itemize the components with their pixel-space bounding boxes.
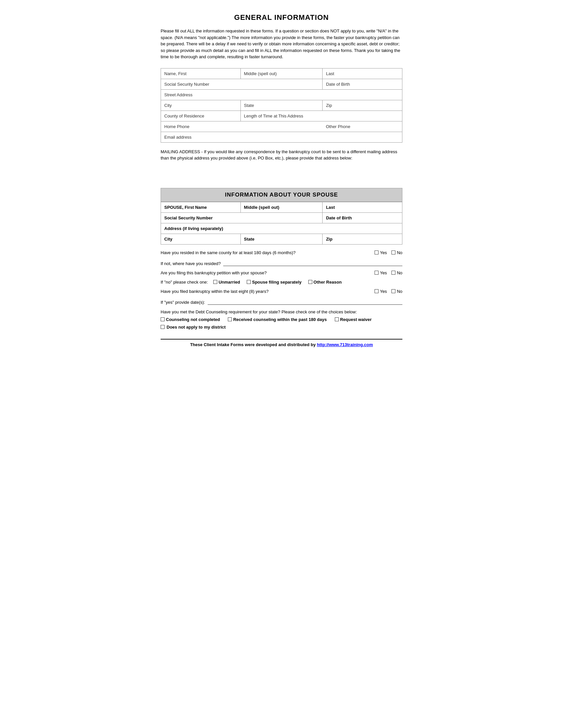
other-reason-label[interactable]: Other Reason xyxy=(308,280,342,285)
street-address-label: Street Address xyxy=(161,89,402,100)
received-counseling-text: Received counseling within the past 180 … xyxy=(233,317,327,322)
yes-text-1: Yes xyxy=(380,250,387,255)
if-not-underline[interactable] xyxy=(223,259,402,266)
yes-checkbox-5[interactable] xyxy=(375,289,379,293)
footer-label: These Client Intake Forms were developed… xyxy=(190,342,317,347)
zip-label: Zip xyxy=(323,100,402,111)
table-row: Social Security Number Date of Birth xyxy=(161,79,402,89)
no-checkbox-5[interactable] xyxy=(392,289,396,293)
footer-divider xyxy=(161,339,402,340)
table-row: Name, First Middle (spell out) Last xyxy=(161,68,402,79)
request-waiver-text: Request waiver xyxy=(340,317,372,322)
spouse-section: INFORMATION ABOUT YOUR SPOUSE SPOUSE, Fi… xyxy=(161,188,402,245)
table-row: Home Phone Other Phone xyxy=(161,121,402,132)
home-phone-label: Home Phone xyxy=(161,121,323,132)
mailing-spacer xyxy=(161,165,402,178)
if-yes-row: If "yes" provide date(s): xyxy=(161,296,402,307)
yes-no-5: Yes No xyxy=(375,289,402,294)
spouse-ssn-label: Social Security Number xyxy=(161,212,323,223)
ssn-label: Social Security Number xyxy=(161,79,323,89)
spouse-header: INFORMATION ABOUT YOUR SPOUSE xyxy=(161,188,402,202)
questions-section: Have you resided in the same county for … xyxy=(161,248,402,334)
no-label-5[interactable]: No xyxy=(392,289,402,294)
does-not-apply-text: Does not apply to my district xyxy=(166,325,225,330)
if-no-row: If "no" please check one: Unmarried Spou… xyxy=(161,278,402,287)
table-row: County of Residence Length of Time at Th… xyxy=(161,111,402,121)
spouse-middle-label: Middle (spell out) xyxy=(240,202,323,212)
last-label: Last xyxy=(323,68,402,79)
no-checkbox-1[interactable] xyxy=(392,250,396,254)
other-phone-label: Other Phone xyxy=(323,121,402,132)
table-row: Email address xyxy=(161,132,402,142)
page-title: GENERAL INFORMATION xyxy=(161,13,402,22)
debt-options: Counseling not completed Received counse… xyxy=(161,316,402,323)
spouse-first-label: SPOUSE, First Name xyxy=(161,202,241,212)
unmarried-label[interactable]: Unmarried xyxy=(213,280,240,285)
name-first-label: Name, First xyxy=(161,68,241,79)
yes-label-1[interactable]: Yes xyxy=(375,250,387,255)
length-of-time-label: Length of Time at This Address xyxy=(240,111,402,121)
question-row-5: Have you filed bankruptcy within the las… xyxy=(161,287,402,296)
no-text-1: No xyxy=(397,250,402,255)
intro-text: Please fill out ALL the information requ… xyxy=(161,28,402,60)
no-label-3[interactable]: No xyxy=(392,270,402,275)
spouse-dob-label: Date of Birth xyxy=(323,212,402,223)
question-3-text: Are you filing this bankruptcy petition … xyxy=(161,270,375,275)
received-counseling-label[interactable]: Received counseling within the past 180 … xyxy=(228,317,327,322)
table-row: City State Zip xyxy=(161,234,402,244)
city-label: City xyxy=(161,100,241,111)
does-not-apply-checkbox[interactable] xyxy=(161,325,164,329)
does-not-apply: Does not apply to my district xyxy=(161,323,402,334)
spouse-filing-text: Spouse filing separately xyxy=(252,280,302,285)
yes-no-1: Yes No xyxy=(375,250,402,255)
general-info-table: Name, First Middle (spell out) Last Soci… xyxy=(161,68,402,143)
no-checkbox-3[interactable] xyxy=(392,271,396,275)
counseling-not-completed-checkbox[interactable] xyxy=(161,317,164,321)
yes-label-3[interactable]: Yes xyxy=(375,270,387,275)
yes-checkbox-3[interactable] xyxy=(375,271,379,275)
table-row: Address (if living separately) xyxy=(161,223,402,234)
table-row: Social Security Number Date of Birth xyxy=(161,212,402,223)
table-row: Street Address xyxy=(161,89,402,100)
table-row: City State Zip xyxy=(161,100,402,111)
no-text-5: No xyxy=(397,289,402,294)
question-row-3: Are you filing this bankruptcy petition … xyxy=(161,268,402,278)
counseling-not-completed-text: Counseling not completed xyxy=(166,317,220,322)
question-row-1: Have you resided in the same county for … xyxy=(161,248,402,257)
other-reason-checkbox[interactable] xyxy=(308,280,312,284)
counseling-not-completed-label[interactable]: Counseling not completed xyxy=(161,317,220,322)
request-waiver-label[interactable]: Request waiver xyxy=(335,317,372,322)
if-yes-underline[interactable] xyxy=(208,298,402,305)
spouse-last-label: Last xyxy=(323,202,402,212)
dob-label: Date of Birth xyxy=(323,79,402,89)
if-no-label: If "no" please check one: xyxy=(161,280,208,285)
yes-no-3: Yes No xyxy=(375,270,402,275)
middle-label: Middle (spell out) xyxy=(240,68,323,79)
spouse-filing-checkbox[interactable] xyxy=(247,280,251,284)
debt-counseling-text: Have you met the Debt Counseling require… xyxy=(161,307,402,316)
unmarried-text: Unmarried xyxy=(218,280,240,285)
spouse-address-label: Address (if living separately) xyxy=(161,223,402,234)
spouse-zip-label: Zip xyxy=(323,234,402,244)
unmarried-checkbox[interactable] xyxy=(213,280,217,284)
yes-text-5: Yes xyxy=(380,289,387,294)
no-text-3: No xyxy=(397,270,402,275)
table-row: SPOUSE, First Name Middle (spell out) La… xyxy=(161,202,402,212)
if-yes-label: If "yes" provide date(s): xyxy=(161,300,205,305)
question-1-text: Have you resided in the same county for … xyxy=(161,250,375,255)
if-not-label: If not, where have you resided? xyxy=(161,261,220,266)
yes-text-3: Yes xyxy=(380,270,387,275)
footer-link[interactable]: http://www.713training.com xyxy=(317,342,373,347)
yes-label-5[interactable]: Yes xyxy=(375,289,387,294)
spouse-city-label: City xyxy=(161,234,241,244)
if-not-row: If not, where have you resided? xyxy=(161,257,402,268)
no-label-1[interactable]: No xyxy=(392,250,402,255)
spouse-filing-label[interactable]: Spouse filing separately xyxy=(247,280,302,285)
email-label: Email address xyxy=(161,132,402,142)
spouse-table: SPOUSE, First Name Middle (spell out) La… xyxy=(161,202,402,245)
yes-checkbox-1[interactable] xyxy=(375,250,379,254)
received-counseling-checkbox[interactable] xyxy=(228,317,232,321)
request-waiver-checkbox[interactable] xyxy=(335,317,339,321)
county-label: County of Residence xyxy=(161,111,241,121)
question-5-text: Have you filed bankruptcy within the las… xyxy=(161,289,375,294)
